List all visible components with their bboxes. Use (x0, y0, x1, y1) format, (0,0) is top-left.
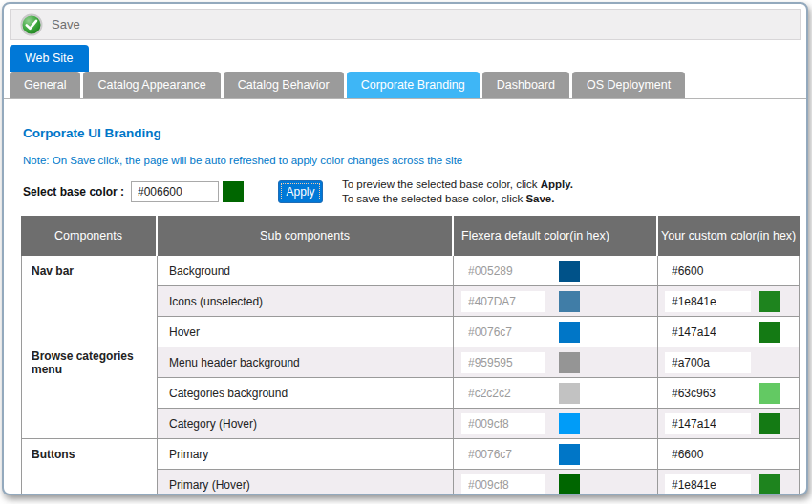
help-line-1-bold: Apply. (541, 178, 573, 190)
custom-hex-input[interactable] (665, 413, 751, 434)
table-row: Categories background (21, 378, 800, 409)
default-color-swatch (559, 322, 580, 343)
tab-content: Corporate UI Branding Note: On Save clic… (4, 99, 806, 494)
custom-color-cell (658, 347, 800, 378)
custom-color-swatch (759, 474, 780, 495)
subcomponent-cell: Category (Hover) (158, 409, 454, 439)
tab-corporate-branding[interactable]: Corporate Branding (347, 72, 480, 98)
default-color-swatch (559, 444, 580, 465)
subcomponent-cell: Background (158, 256, 454, 286)
custom-color-swatch (759, 413, 780, 434)
default-hex-input (461, 444, 545, 465)
default-color-cell (454, 317, 658, 347)
header-sub-components: Sub components (158, 216, 454, 256)
custom-hex-input[interactable] (665, 352, 751, 373)
subcomponent-cell: Menu header background (158, 347, 454, 378)
subcomponent-cell: Primary (158, 439, 454, 470)
base-color-label: Select base color : (23, 185, 131, 199)
default-color-swatch (559, 474, 580, 495)
custom-color-cell (658, 317, 800, 347)
component-cell: Browse categories menu (21, 347, 158, 378)
tab-catalog-appearance[interactable]: Catalog Appearance (83, 72, 220, 98)
custom-hex-input[interactable] (665, 322, 751, 343)
custom-hex-input[interactable] (665, 474, 751, 495)
table-header-row: Components Sub components Flexera defaul… (21, 216, 800, 256)
default-color-cell (454, 409, 658, 439)
custom-color-cell (658, 378, 800, 409)
header-custom-color: Your custom color(in hex) (658, 216, 800, 256)
default-color-cell (454, 378, 658, 409)
component-cell (21, 317, 158, 347)
help-line-2-bold: Save. (525, 193, 554, 204)
base-color-input[interactable] (131, 181, 219, 202)
tab-catalog-behavior[interactable]: Catalog Behavior (224, 72, 344, 98)
component-cell: Nav bar (21, 256, 158, 286)
default-color-swatch (559, 383, 580, 404)
default-hex-input (461, 291, 545, 312)
default-hex-input (461, 474, 545, 495)
subcomponent-cell: Categories background (158, 378, 454, 409)
header-components: Components (21, 216, 158, 256)
app-window: Save Web Site GeneralCatalog AppearanceC… (2, 2, 808, 495)
help-line-2: To save the selected base color, click (342, 193, 525, 204)
base-color-row: Select base color : Apply To preview the… (23, 178, 573, 205)
custom-color-swatch (759, 322, 780, 343)
default-color-cell (454, 256, 658, 286)
help-line-1: To preview the selected base color, clic… (342, 178, 541, 190)
default-color-cell (454, 347, 658, 378)
apply-button[interactable]: Apply (278, 180, 323, 203)
subcomponent-cell: Hover (158, 317, 454, 347)
tab-web-site[interactable]: Web Site (10, 45, 89, 72)
default-hex-input (461, 383, 545, 404)
tab-dashboard[interactable]: Dashboard (482, 72, 569, 98)
default-color-cell (454, 439, 658, 470)
table-row: Buttons Primary (21, 439, 800, 470)
custom-color-cell (658, 439, 800, 470)
subcomponent-cell: Icons (unselected) (158, 286, 454, 317)
branding-color-table: Components Sub components Flexera defaul… (21, 216, 800, 495)
tab-general[interactable]: General (10, 72, 80, 98)
custom-hex-input[interactable] (665, 444, 751, 465)
table-row: Hover (21, 317, 800, 347)
default-hex-input (461, 261, 545, 282)
default-color-cell (454, 470, 658, 495)
apply-save-help-text: To preview the selected base color, clic… (342, 178, 573, 206)
custom-hex-input[interactable] (665, 261, 751, 282)
custom-hex-input[interactable] (665, 383, 751, 404)
default-color-swatch (559, 352, 580, 373)
tab-os-deployment[interactable]: OS Deployment (572, 72, 685, 98)
header-default-color: Flexera default color(in hex) (454, 216, 658, 256)
table-body: Nav bar Background Icons (unselected) Ho… (21, 256, 800, 495)
custom-color-cell (658, 256, 800, 286)
component-cell (21, 409, 158, 439)
custom-color-cell (658, 470, 800, 495)
table-row: Primary (Hover) (21, 470, 800, 495)
default-color-swatch (559, 261, 580, 282)
custom-color-swatch (759, 383, 780, 404)
custom-color-cell (658, 286, 800, 317)
note-text: Note: On Save click, the page will be au… (23, 155, 462, 166)
default-color-swatch (559, 291, 580, 312)
custom-color-cell (658, 409, 800, 439)
default-color-swatch (559, 413, 580, 434)
table-row: Category (Hover) (21, 409, 800, 439)
tab-strip: GeneralCatalog AppearanceCatalog Behavio… (4, 72, 806, 99)
base-color-swatch (223, 181, 244, 202)
component-cell (21, 470, 158, 495)
component-cell (21, 286, 158, 317)
save-label: Save (52, 17, 80, 32)
default-hex-input (461, 322, 545, 343)
page-title: Corporate UI Branding (23, 126, 161, 140)
subcomponent-cell: Primary (Hover) (158, 470, 454, 495)
default-hex-input (461, 413, 545, 434)
component-cell: Buttons (21, 439, 158, 470)
save-button[interactable]: Save (20, 13, 80, 36)
default-hex-input (461, 352, 545, 373)
table-row: Browse categories menu Menu header backg… (21, 347, 800, 378)
custom-hex-input[interactable] (665, 291, 751, 312)
save-check-icon (20, 13, 43, 36)
component-cell (21, 378, 158, 409)
toolbar: Save (10, 9, 801, 40)
default-color-cell (454, 286, 658, 317)
table-row: Nav bar Background (21, 256, 800, 286)
